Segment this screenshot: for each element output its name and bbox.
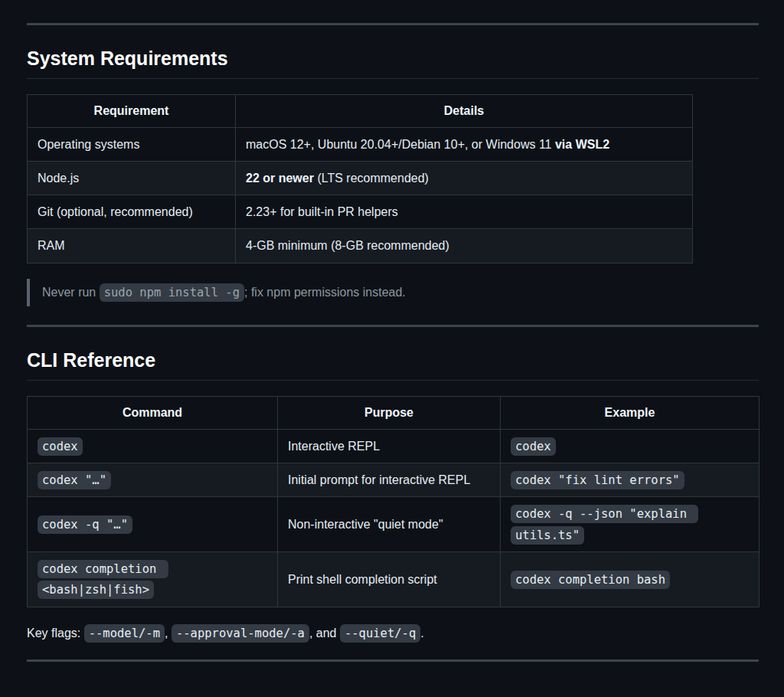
- text-span: Interactive REPL: [288, 440, 380, 453]
- text-span: Key flags:: [27, 627, 84, 640]
- table-row: RAM4-GB minimum (8-GB recommended): [28, 229, 693, 263]
- system-requirements-table: RequirementDetails Operating systemsmacO…: [27, 94, 693, 263]
- table-cell: Git (optional, recommended): [28, 195, 236, 229]
- bold-text: via WSL2: [555, 138, 609, 151]
- text-span: ,: [165, 627, 172, 640]
- table-cell: codex -q "…": [28, 497, 278, 552]
- table-cell: Non-interactive "quiet mode": [278, 497, 501, 552]
- text-span: Never run: [42, 286, 100, 299]
- text-span: Non-interactive "quiet mode": [288, 518, 443, 531]
- table-cell: macOS 12+, Ubuntu 20.04+/Debian 10+, or …: [236, 127, 693, 161]
- inline-code: codex: [38, 437, 83, 456]
- table-cell: codex "…": [28, 463, 278, 497]
- table-cell: 2.23+ for built-in PR helpers: [236, 195, 693, 229]
- divider-top: [27, 23, 759, 25]
- text-span: , and: [309, 627, 340, 640]
- table-cell: Print shell completion script: [278, 552, 501, 607]
- table-row: Operating systemsmacOS 12+, Ubuntu 20.04…: [28, 127, 693, 161]
- table-cell: Node.js: [28, 162, 236, 195]
- header-row: RequirementDetails: [28, 95, 693, 128]
- table-cell: codex completion <bash|zsh|fish>: [28, 552, 278, 607]
- column-header: Example: [501, 397, 760, 430]
- table-cell: RAM: [28, 229, 236, 263]
- inline-code: --approval-mode/-a: [172, 624, 309, 643]
- table-row: codex "…"Initial prompt for interactive …: [28, 463, 760, 497]
- inline-code: codex "fix lint errors": [511, 471, 684, 489]
- inline-code: codex: [511, 437, 556, 456]
- section-title-cli-reference: CLI Reference: [27, 348, 759, 381]
- column-header: Requirement: [28, 95, 236, 128]
- section-title-system-requirements: System Requirements: [27, 47, 759, 79]
- table-cell: codex: [28, 429, 278, 463]
- warning-note: Never run sudo npm install -g; fix npm p…: [27, 279, 759, 306]
- table-cell: Operating systems: [28, 127, 236, 161]
- text-span: Node.js: [38, 172, 79, 185]
- table-cell: 4-GB minimum (8-GB recommended): [236, 229, 693, 263]
- inline-code: sudo npm install -g: [100, 283, 244, 302]
- table-row: codex -q "…"Non-interactive "quiet mode"…: [28, 497, 760, 552]
- inline-code: codex -q "…": [38, 515, 132, 534]
- table-row: codexInteractive REPLcodex: [28, 429, 760, 463]
- header-row: CommandPurposeExample: [28, 397, 760, 430]
- text-span: ; fix npm permissions instead.: [244, 286, 406, 299]
- divider-middle: [27, 325, 759, 327]
- text-span: Operating systems: [38, 138, 139, 151]
- column-header: Command: [28, 397, 278, 430]
- inline-code: --model/-m: [84, 624, 165, 643]
- text-span: (LTS recommended): [314, 172, 429, 185]
- text-span: 4-GB minimum (8-GB recommended): [246, 239, 449, 252]
- table-cell: codex -q --json "explain utils.ts": [501, 497, 760, 552]
- inline-code: codex completion bash: [511, 571, 670, 589]
- table-cell: Interactive REPL: [278, 429, 501, 463]
- text-span: RAM: [38, 239, 65, 252]
- text-span: Initial prompt for interactive REPL: [288, 473, 470, 486]
- table-cell: codex completion bash: [501, 552, 760, 607]
- text-span: Git (optional, recommended): [38, 205, 193, 218]
- divider-bottom: [27, 659, 759, 662]
- table-cell: codex: [501, 429, 760, 463]
- key-flags-paragraph: Key flags: --model/-m, --approval-mode/-…: [27, 624, 759, 643]
- cli-reference-table: CommandPurposeExample codexInteractive R…: [27, 396, 760, 607]
- text-span: macOS 12+, Ubuntu 20.04+/Debian 10+, or …: [246, 138, 555, 151]
- inline-code: codex "…": [38, 471, 111, 489]
- inline-code: codex -q --json "explain utils.ts": [511, 505, 698, 544]
- table-row: Git (optional, recommended)2.23+ for bui…: [28, 195, 693, 229]
- text-span: 2.23+ for built-in PR helpers: [246, 205, 398, 218]
- table-row: codex completion <bash|zsh|fish>Print sh…: [28, 552, 760, 607]
- table-cell: Initial prompt for interactive REPL: [278, 463, 501, 497]
- inline-code: --quiet/-q: [340, 624, 420, 643]
- table-cell: 22 or newer (LTS recommended): [236, 162, 693, 195]
- bold-text: 22 or newer: [246, 172, 314, 185]
- table-row: Node.js22 or newer (LTS recommended): [28, 162, 693, 195]
- text-span: .: [420, 627, 423, 640]
- column-header: Details: [236, 95, 693, 128]
- inline-code: codex completion <bash|zsh|fish>: [38, 560, 168, 599]
- document-page: System Requirements RequirementDetails O…: [0, 0, 784, 662]
- column-header: Purpose: [278, 397, 501, 430]
- text-span: Print shell completion script: [288, 573, 437, 586]
- table-cell: codex "fix lint errors": [501, 463, 760, 497]
